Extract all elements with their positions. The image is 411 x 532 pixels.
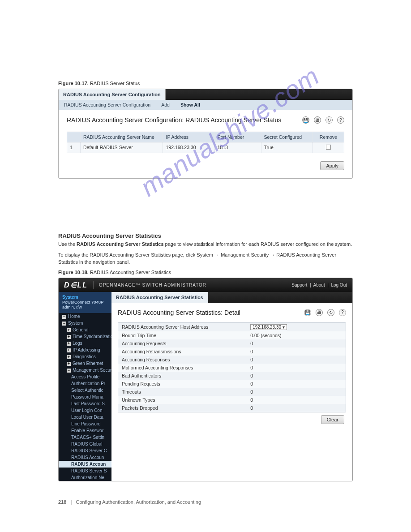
value-areq: 0 [247, 339, 346, 348]
col-ip: IP Address [163, 132, 214, 142]
label-ares: Accounting Responses [118, 356, 247, 364]
nav-item[interactable]: Access Profile [59, 373, 111, 380]
subtab-showall[interactable]: Show All [175, 100, 206, 110]
label-unk: Unknown Types [118, 396, 247, 404]
nav-tree[interactable]: System PowerConnect 7048P admin, r/w −Ho… [59, 292, 111, 481]
dell-logo: D∈LL [64, 281, 94, 289]
value-aret: 0 [247, 348, 346, 356]
label-mal: Malformed Accounting Responses [118, 364, 247, 372]
link-about[interactable]: About [313, 283, 325, 287]
cell-ip: 192.168.23.30 [163, 142, 214, 153]
value-ares: 0 [247, 356, 346, 364]
hostaddr-select[interactable]: 192.168.23.30 ▾ [250, 324, 287, 330]
cell-port: 1813 [215, 142, 261, 153]
cell-secret: True [261, 142, 313, 153]
nav-timesync[interactable]: Time Synchronization [73, 334, 111, 339]
nav-item[interactable]: Select Authentic [59, 387, 111, 394]
value-unk: 0 [247, 396, 346, 404]
nav-green[interactable]: Green Ethernet [73, 361, 103, 366]
value-pd: 0 [247, 404, 346, 412]
print-icon[interactable]: 🖶 [314, 116, 321, 124]
col-name: RADIUS Accounting Server Name [81, 132, 163, 142]
refresh-icon[interactable]: ↻ [325, 116, 333, 124]
nav-item[interactable]: RADIUS Global [59, 441, 111, 447]
refresh-icon[interactable]: ↻ [327, 309, 334, 316]
brand-text: OPENMANAGE™ SWITCH ADMINISTRATOR [99, 283, 206, 287]
col-index [67, 132, 81, 142]
label-hostaddr: RADIUS Accounting Server Host Address [118, 323, 247, 331]
figure-1-caption: Figure 10-17. RADIUS Server Status [58, 81, 353, 86]
clear-button[interactable]: Clear [321, 415, 344, 424]
nav-item[interactable]: RADIUS Server S [59, 468, 111, 474]
cell-name: Default-RADIUS-Server [81, 142, 163, 153]
nav-item[interactable]: Enable Passwor [59, 427, 111, 434]
page-footer: 218 | Configuring Authentication, Author… [58, 499, 353, 505]
subtab-row: RADIUS Accounting Server Configuration A… [59, 100, 352, 110]
table-row: 1 Default-RADIUS-Server 192.168.23.30 18… [67, 142, 344, 153]
nav-ipaddr[interactable]: IP Addressing [73, 348, 100, 352]
cell-index: 1 [67, 142, 81, 153]
col-port: Port Number [215, 132, 261, 142]
nav-item[interactable]: Password Mana [59, 394, 111, 400]
link-support[interactable]: Support [291, 283, 307, 287]
label-pend: Pending Requests [118, 380, 247, 388]
remove-checkbox[interactable] [326, 145, 331, 150]
value-to: 0 [247, 388, 346, 396]
stats-list: RADIUS Accounting Server Host Address192… [118, 322, 346, 412]
help-icon[interactable]: ? [339, 309, 346, 316]
nav-item[interactable]: RADIUS Server C [59, 447, 111, 454]
nav-general[interactable]: General [73, 327, 89, 332]
label-rtt: Round Trip Time [118, 331, 247, 339]
tab-stats[interactable]: RADIUS Accounting Server Statistics [111, 292, 208, 303]
nav-diag[interactable]: Diagnostics [73, 354, 96, 359]
nav-home[interactable]: Home [68, 314, 80, 319]
label-pd: Packets Dropped [118, 404, 247, 412]
save-icon[interactable]: 💾 [302, 116, 309, 124]
figure-2-caption: Figure 10-18. RADIUS Accounting Server S… [58, 270, 353, 275]
label-areq: Accounting Requests [118, 339, 247, 348]
config-panel: RADIUS Accounting Server Configuration R… [58, 89, 353, 179]
print-icon[interactable]: 🖶 [316, 309, 323, 316]
nav-system-title: System [62, 295, 108, 300]
nav-item[interactable]: Line Password [59, 420, 111, 427]
label-to: Timeouts [118, 388, 247, 396]
nav-item[interactable]: Authentication Pr [59, 380, 111, 387]
subtab-add[interactable]: Add [156, 100, 175, 110]
link-logout[interactable]: Log Out [331, 283, 347, 287]
nav-item[interactable]: TACACS+ Settin [59, 434, 111, 441]
col-remove: Remove [313, 132, 344, 142]
section-nav-path: To display the RADIUS Accounting Server … [58, 252, 353, 266]
value-pend: 0 [247, 380, 346, 388]
help-icon[interactable]: ? [337, 116, 344, 124]
value-mal: 0 [247, 364, 346, 372]
col-secret: Secret Configured [261, 132, 313, 142]
nav-item-selected[interactable]: RADIUS Accoun [59, 461, 111, 468]
server-table: RADIUS Accounting Server Name IP Address… [67, 132, 344, 153]
stats-title: RADIUS Accounting Server Statistics: Det… [118, 309, 300, 316]
save-icon[interactable]: 💾 [304, 309, 311, 316]
nav-user: admin, r/w [62, 305, 108, 309]
nav-item[interactable]: User Login Con [59, 407, 111, 414]
section-heading: RADIUS Accounting Server Statistics [58, 232, 353, 239]
nav-logs[interactable]: Logs [73, 341, 82, 346]
stats-panel: D∈LL OPENMANAGE™ SWITCH ADMINISTRATOR Su… [58, 278, 353, 481]
value-rtt: 0.00 (seconds) [247, 331, 346, 339]
nav-item[interactable]: Last Password S [59, 400, 111, 407]
topbar: D∈LL OPENMANAGE™ SWITCH ADMINISTRATOR Su… [59, 278, 352, 292]
cell-remove [313, 142, 344, 153]
tab-row: RADIUS Accounting Server Configuration [59, 89, 352, 100]
subtab-config[interactable]: RADIUS Accounting Server Configuration [59, 100, 156, 110]
value-bad: 0 [247, 372, 346, 380]
nav-item[interactable]: Local User Data [59, 414, 111, 420]
label-bad: Bad Authenticators [118, 372, 247, 380]
page-title: RADIUS Accounting Server Configuration: … [67, 116, 298, 124]
section-text: Use the RADIUS Accounting Server Statist… [58, 241, 353, 248]
nav-item[interactable]: Authorization Ne [59, 474, 111, 481]
apply-button[interactable]: Apply [320, 161, 344, 170]
nav-mgmtsec[interactable]: Management Security [73, 368, 111, 373]
nav-model: PowerConnect 7048P [62, 300, 108, 305]
nav-item[interactable]: RADIUS Accoun [59, 454, 111, 461]
nav-system[interactable]: System [68, 321, 83, 326]
tab-config[interactable]: RADIUS Accounting Server Configuration [59, 89, 166, 100]
label-aret: Accounting Retransmissions [118, 348, 247, 356]
